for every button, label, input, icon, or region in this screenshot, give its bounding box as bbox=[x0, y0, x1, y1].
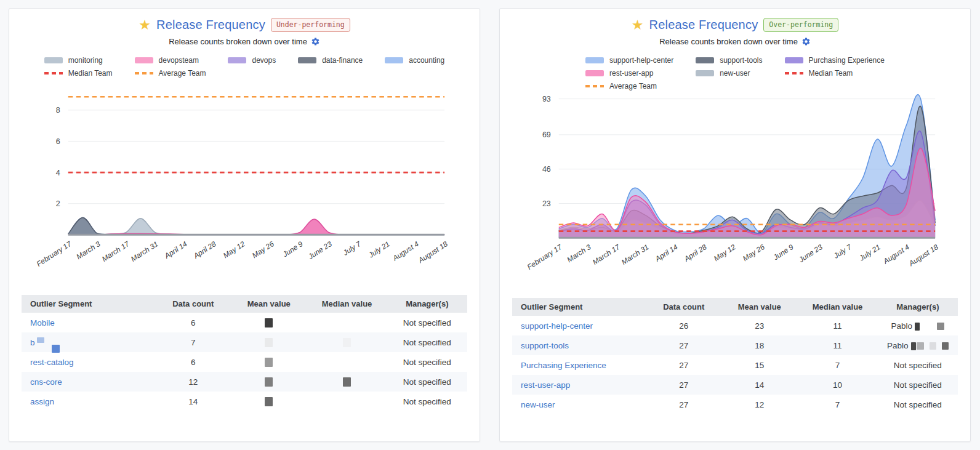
cell-text: 18 bbox=[755, 341, 764, 350]
legend-item-monitoring[interactable]: monitoring bbox=[44, 56, 113, 65]
area-series-devopsteam bbox=[68, 219, 444, 235]
x-axis-tick: March 3 bbox=[566, 243, 593, 264]
segment-cell: rest-user-app bbox=[512, 375, 646, 395]
legend-label: Median Team bbox=[68, 69, 113, 78]
segment-link[interactable]: rest-catalog bbox=[30, 358, 74, 367]
x-axis-tick: May 12 bbox=[712, 243, 737, 263]
segment-cell: Mobile bbox=[22, 313, 155, 332]
legend-item-devopsteam[interactable]: devopsteam bbox=[135, 56, 206, 65]
segment-link[interactable]: rest-user-app bbox=[521, 380, 570, 390]
x-axis-tick: February 17 bbox=[35, 239, 74, 268]
y-axis-tick: 23 bbox=[542, 199, 551, 208]
cell-text: 27 bbox=[679, 380, 688, 390]
managers-cell: Not specified bbox=[387, 313, 467, 332]
panel-subtitle: Release counts broken down over time bbox=[659, 37, 798, 46]
release-frequency-chart-under[interactable]: 2468February 17March 3March 17March 31Ap… bbox=[17, 80, 472, 286]
legend-label: new-user bbox=[720, 69, 750, 78]
segment-link[interactable]: Purchasing Experience bbox=[521, 361, 606, 370]
line-series-accounting bbox=[68, 217, 444, 235]
segment-cell: rest-catalog bbox=[22, 352, 155, 372]
panel-subtitle: Release counts broken down over time bbox=[169, 37, 307, 46]
legend-label: support-help-center bbox=[609, 56, 673, 65]
segment-link[interactable]: cns-core bbox=[30, 377, 62, 387]
cell-text: Not specified bbox=[403, 358, 451, 367]
legend-label: Average Team bbox=[609, 82, 657, 90]
data-count-cell: 7 bbox=[155, 332, 231, 352]
legend-item-support-tools[interactable]: support-tools bbox=[696, 56, 762, 65]
cell-text: 14 bbox=[188, 397, 198, 406]
mean-value-cell: 15 bbox=[721, 355, 797, 375]
segment-link[interactable]: b bbox=[30, 338, 35, 347]
legend-label: accounting bbox=[409, 56, 444, 65]
settings-gear-icon[interactable] bbox=[801, 37, 811, 46]
segment-link[interactable]: assign bbox=[30, 397, 54, 406]
tofu-glyph bbox=[265, 377, 273, 387]
cell-text: 10 bbox=[833, 380, 842, 390]
tofu-glyph bbox=[937, 323, 944, 330]
cell-text: 26 bbox=[679, 321, 688, 331]
legend-item-accounting[interactable]: accounting bbox=[385, 56, 444, 65]
median-value-cell bbox=[307, 372, 387, 392]
segment-link[interactable]: Mobile bbox=[30, 318, 55, 327]
legend-item-support-help-center[interactable]: support-help-center bbox=[585, 56, 673, 65]
data-count-cell: 27 bbox=[646, 395, 721, 414]
star-icon[interactable]: ★ bbox=[632, 18, 644, 32]
x-axis-tick: July 21 bbox=[366, 239, 391, 260]
legend-item-median-team[interactable]: Median Team bbox=[785, 69, 885, 78]
legend-item-average-team[interactable]: Average Team bbox=[585, 82, 673, 90]
x-axis-tick: June 9 bbox=[771, 243, 795, 262]
cell-text: 12 bbox=[188, 377, 198, 387]
legend-label: data-finance bbox=[322, 56, 363, 65]
x-axis-tick: March 3 bbox=[75, 239, 102, 261]
legend-label: Median Team bbox=[809, 69, 853, 78]
legend-item-devops[interactable]: devops bbox=[228, 56, 276, 65]
x-axis-tick: August 18 bbox=[416, 239, 449, 265]
tofu-glyph bbox=[265, 358, 273, 367]
legend-item-new-user[interactable]: new-user bbox=[696, 69, 762, 78]
legend-label: devopsteam bbox=[159, 56, 199, 65]
x-axis-tick: April 14 bbox=[163, 239, 189, 261]
settings-gear-icon[interactable] bbox=[311, 37, 320, 46]
tofu-glyph bbox=[917, 342, 924, 350]
legend-swatch bbox=[585, 57, 604, 63]
table-row: rest-catalog6Not specified bbox=[22, 352, 467, 372]
segment-cell: assign bbox=[22, 392, 155, 411]
cell-text: 11 bbox=[833, 341, 841, 350]
segment-cell: cns-core bbox=[22, 372, 155, 392]
legend-dash-swatch bbox=[44, 72, 63, 74]
legend-swatch bbox=[585, 70, 604, 76]
segment-link[interactable]: support-tools bbox=[521, 341, 569, 350]
release-frequency-chart-over[interactable]: 23466993February 17March 3March 17March … bbox=[507, 83, 963, 289]
tofu-glyph bbox=[343, 338, 351, 347]
legend-swatch bbox=[785, 57, 803, 63]
tofu-glyph bbox=[343, 377, 351, 387]
status-badge: Under-performing bbox=[271, 18, 350, 32]
table-row: new-user27127Not specified bbox=[512, 395, 958, 414]
legend-item-purchasing-experience[interactable]: Purchasing Experience bbox=[785, 56, 885, 65]
legend-item-average-team[interactable]: Average Team bbox=[135, 69, 206, 78]
median-value-cell: 7 bbox=[797, 355, 877, 375]
star-icon[interactable]: ★ bbox=[139, 18, 151, 32]
x-axis-tick: April 14 bbox=[653, 243, 680, 264]
table-row: rest-user-app271410Not specified bbox=[512, 375, 958, 395]
legend-item-data-finance[interactable]: data-finance bbox=[298, 56, 363, 65]
legend-swatch bbox=[696, 57, 714, 63]
segment-link[interactable]: support-help-center bbox=[521, 321, 593, 331]
panel-under-performing: ★ Release Frequency Under-performing Rel… bbox=[9, 8, 480, 442]
tofu-glyph bbox=[911, 342, 916, 350]
mean-value-cell: 12 bbox=[721, 395, 797, 414]
x-axis-tick: June 9 bbox=[281, 239, 305, 259]
managers-cell: Not specified bbox=[387, 392, 467, 411]
cell-text: 7 bbox=[835, 400, 840, 409]
median-value-cell: 7 bbox=[797, 395, 877, 414]
cell-text: 11 bbox=[833, 321, 841, 331]
segment-link[interactable]: new-user bbox=[521, 400, 555, 409]
column-header: Mean value bbox=[231, 295, 307, 313]
legend-item-rest-user-app[interactable]: rest-user-app bbox=[585, 69, 673, 78]
legend-item-median-team[interactable]: Median Team bbox=[44, 69, 113, 78]
table-row: support-tools271811Pablo bbox=[512, 335, 958, 355]
cell-text: Not specified bbox=[894, 380, 942, 390]
legend-label: Purchasing Experience bbox=[809, 56, 885, 65]
y-axis-tick: 69 bbox=[542, 131, 551, 139]
cell-text: 6 bbox=[191, 358, 196, 367]
